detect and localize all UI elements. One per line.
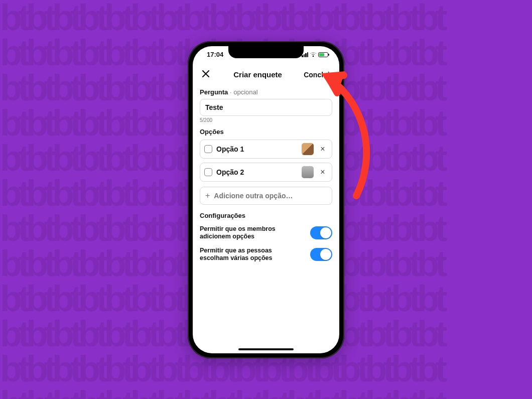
setting-label: Permitir que as pessoas escolham várias … (200, 247, 298, 262)
options-label: Opções (200, 128, 332, 136)
checkbox-icon[interactable] (204, 168, 212, 176)
status-time: 17:04 (207, 51, 223, 58)
question-label: Pergunta · opcional (200, 88, 332, 96)
wifi-icon (310, 52, 317, 57)
option-row[interactable]: Opção 1 × (200, 140, 332, 159)
question-char-count: 5/200 (200, 117, 332, 123)
toggle-switch[interactable] (310, 226, 332, 239)
remove-option-icon[interactable]: × (318, 145, 328, 154)
option-label[interactable]: Opção 1 (216, 145, 298, 153)
setting-label: Permitir que os membros adicionem opções (200, 225, 298, 241)
add-option-label: Adicione outra opção… (214, 192, 293, 200)
checkbox-icon[interactable] (204, 145, 212, 153)
add-option-button[interactable]: + Adicione outra opção… (200, 187, 332, 205)
modal-header: Criar enquete Concluir (200, 66, 332, 83)
question-input[interactable]: Teste (200, 99, 332, 116)
setting-allow-members-add: Permitir que os membros adicionem opções (200, 225, 332, 241)
setting-allow-multiple: Permitir que as pessoas escolham várias … (200, 247, 332, 262)
option-label[interactable]: Opção 2 (216, 168, 298, 176)
phone-screen: 17:04 Criar enquete Concluir Pergunta · … (193, 46, 339, 353)
settings-label: Configurações (200, 212, 332, 219)
plus-icon: + (205, 191, 210, 200)
remove-option-icon[interactable]: × (318, 168, 328, 177)
done-button[interactable]: Concluir (304, 71, 332, 79)
phone-notch (228, 46, 304, 58)
toggle-switch[interactable] (310, 248, 332, 261)
option-row[interactable]: Opção 2 × (200, 163, 332, 182)
home-indicator (238, 348, 294, 350)
option-thumbnail[interactable] (302, 143, 314, 155)
modal-title: Criar enquete (233, 70, 282, 79)
option-thumbnail[interactable] (302, 166, 314, 178)
close-icon[interactable] (200, 68, 212, 81)
phone-frame: 17:04 Criar enquete Concluir Pergunta · … (188, 41, 344, 358)
battery-icon (318, 52, 328, 57)
